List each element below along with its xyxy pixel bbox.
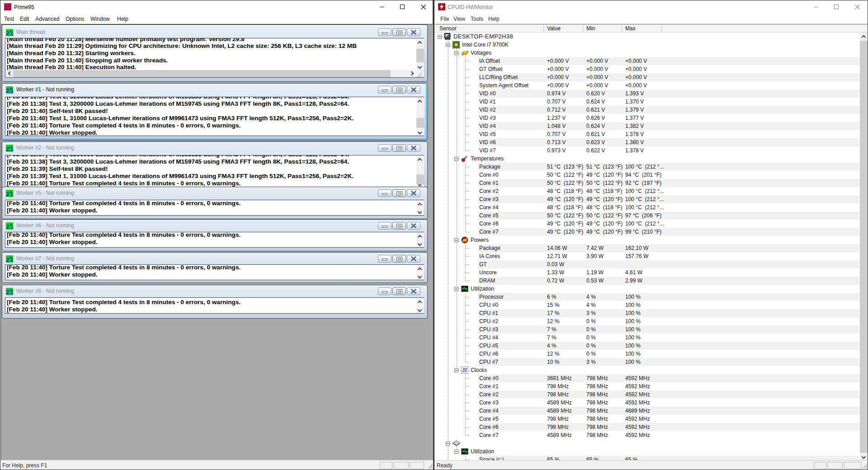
svg-text:-1: -1 — [7, 5, 11, 10]
svg-text:-1: -1 — [9, 224, 13, 230]
svg-text:-1: -1 — [9, 192, 13, 197]
svg-text:-1: -1 — [9, 31, 13, 36]
svg-text:-1: -1 — [9, 88, 13, 94]
svg-text:-1: -1 — [9, 290, 13, 295]
svg-text:-1: -1 — [9, 146, 13, 152]
svg-text:-1: -1 — [9, 257, 13, 263]
